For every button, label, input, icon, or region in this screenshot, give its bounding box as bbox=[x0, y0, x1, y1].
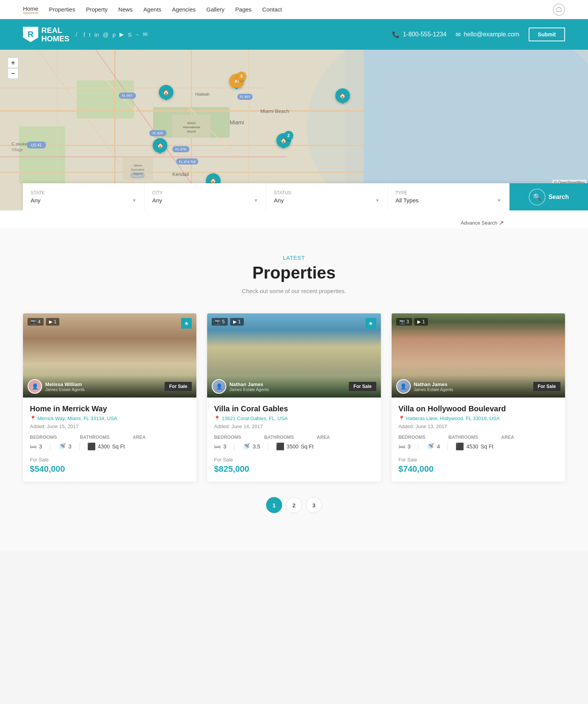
map-pin-4[interactable]: 🏠 bbox=[153, 138, 167, 153]
star-button-1[interactable]: ★ bbox=[181, 318, 192, 329]
bedrooms-value-1: 3 bbox=[39, 443, 42, 450]
card-title-2[interactable]: Villa in Coral Gables bbox=[214, 404, 374, 413]
status-arrow: ▼ bbox=[375, 198, 380, 203]
city-field[interactable]: City Any ▼ bbox=[145, 183, 266, 210]
area-stat-3: ⬛ 4530 Sq Ft bbox=[456, 442, 493, 451]
card-title-1[interactable]: Home in Merrick Way bbox=[30, 404, 189, 413]
agent-name-2: Nathan James bbox=[229, 381, 269, 387]
rss-icon[interactable]: ~ bbox=[136, 31, 139, 38]
area-stat-1: ⬛ 4300 Sq Ft bbox=[87, 442, 125, 451]
location-link-2[interactable]: 13621 Coral Gables, FL, USA bbox=[222, 416, 287, 421]
nav-agencies[interactable]: Agencies bbox=[172, 6, 196, 13]
zoom-in-button[interactable]: + bbox=[8, 57, 18, 68]
bathrooms-value-2: 3.5 bbox=[253, 443, 260, 450]
card-stats-1: 🛏 3 🚿 3 ⬛ 4300 Sq Ft bbox=[30, 442, 189, 451]
area-header-3: Area bbox=[501, 435, 514, 440]
card-image-1[interactable]: 📷 4 ▶ 1 ★ 👤 Melissa William James Estate… bbox=[23, 313, 196, 398]
location-link-3[interactable]: Hatteras Lane, Hollywood, FL 33019, USA bbox=[406, 416, 500, 421]
email-icon: ✉ bbox=[456, 31, 461, 38]
svg-text:FL 907: FL 907 bbox=[240, 95, 250, 99]
svg-text:Miami: Miami bbox=[187, 121, 196, 125]
nav-news[interactable]: News bbox=[118, 6, 133, 13]
linkedin-icon[interactable]: in bbox=[95, 31, 99, 38]
bath-icon-2: 🚿 bbox=[242, 442, 250, 451]
star-button-2[interactable]: ★ bbox=[366, 318, 376, 329]
submit-button[interactable]: Submit bbox=[529, 28, 565, 41]
nav-agents[interactable]: Agents bbox=[144, 6, 162, 13]
search-button[interactable]: 🔍 Search bbox=[510, 183, 588, 210]
status-field[interactable]: Status Any ▼ bbox=[266, 183, 388, 210]
page-3-button[interactable]: 3 bbox=[306, 497, 322, 513]
logo[interactable]: R REALHOMES bbox=[23, 26, 69, 43]
svg-text:Airport: Airport bbox=[133, 172, 142, 176]
skype-icon[interactable]: S bbox=[128, 31, 132, 38]
area-value-1: 4300 bbox=[98, 443, 110, 450]
map-pin-6[interactable]: 🏠 bbox=[335, 88, 350, 103]
zoom-out-button[interactable]: − bbox=[8, 68, 18, 79]
location-pin-icon-3: 📍 bbox=[399, 416, 405, 421]
logo-icon: R bbox=[23, 27, 38, 42]
agent-avatar-2: 👤 bbox=[212, 379, 226, 394]
stat-divider-3a bbox=[418, 443, 418, 450]
agent-details-3: Nathan James James Estate Agents bbox=[414, 381, 453, 392]
instagram-icon[interactable]: @ bbox=[103, 31, 108, 38]
type-field[interactable]: Type All Types ▼ bbox=[388, 183, 510, 210]
card-badges-2: 📷 5 ▶ 1 bbox=[212, 318, 243, 326]
card-price-1: $540,000 bbox=[30, 464, 189, 474]
advance-search-link[interactable]: Advance Search ↗ bbox=[461, 219, 504, 227]
svg-rect-4 bbox=[77, 80, 134, 119]
nav-pages[interactable]: Pages bbox=[235, 6, 252, 13]
location-link-1[interactable]: Merrick Way, Miami, FL 33134, USA bbox=[38, 416, 117, 421]
nav-property[interactable]: Property bbox=[86, 6, 108, 13]
card-image-2[interactable]: 📷 5 ▶ 1 ★ 👤 Nathan James James Estate Ag… bbox=[207, 313, 381, 398]
map-pin-2[interactable]: 🏷 5 bbox=[229, 74, 244, 88]
bath-icon-3: 🚿 bbox=[426, 442, 434, 451]
twitter-icon[interactable]: t bbox=[89, 31, 91, 38]
card-status-label-1: For Sale bbox=[30, 457, 189, 463]
svg-text:Miami: Miami bbox=[134, 164, 142, 167]
chat-icon[interactable]: ✉ bbox=[143, 31, 148, 38]
nav-contact[interactable]: Contact bbox=[262, 6, 282, 13]
bedrooms-stat-2: 🛏 3 bbox=[214, 443, 226, 451]
nav-home[interactable]: Home bbox=[23, 5, 38, 13]
map-pin-3[interactable]: 🏠 2 bbox=[276, 133, 291, 148]
state-field[interactable]: State Any ▼ bbox=[23, 183, 145, 210]
youtube-icon[interactable]: ▶ bbox=[119, 31, 124, 38]
area-unit-2: Sq Ft bbox=[301, 443, 314, 450]
card-title-3[interactable]: Villa on Hollywood Boulevard bbox=[399, 404, 558, 413]
section-subtitle: Latest bbox=[23, 255, 565, 261]
svg-text:US 41: US 41 bbox=[31, 143, 42, 147]
svg-text:FL 997: FL 997 bbox=[122, 94, 132, 98]
area-value-3: 4530 bbox=[466, 443, 478, 450]
map-pin-1[interactable]: 🏠 bbox=[159, 85, 173, 99]
bathrooms-header-2: Bathrooms bbox=[264, 435, 294, 440]
bed-icon-3: 🛏 bbox=[399, 443, 405, 451]
bedrooms-header-1: Bedrooms bbox=[30, 435, 57, 440]
facebook-icon[interactable]: f bbox=[83, 31, 85, 38]
card-body-1: Home in Merrick Way 📍 Merrick Way, Miami… bbox=[23, 398, 196, 482]
header-bar: R REALHOMES / f t in @ p ▶ S ~ ✉ 📞 1-800… bbox=[0, 19, 588, 50]
agent-avatar-1: 👤 bbox=[28, 379, 42, 394]
stats-header-1: Bedrooms Bathrooms Area bbox=[30, 435, 189, 440]
nav-gallery[interactable]: Gallery bbox=[206, 6, 225, 13]
area-unit-1: Sq Ft bbox=[112, 443, 125, 450]
stat-divider-3b bbox=[448, 443, 448, 450]
card-stats-3: 🛏 3 🚿 4 ⬛ 4530 Sq Ft bbox=[399, 442, 558, 451]
svg-text:Kendall: Kendall bbox=[172, 171, 189, 177]
card-agent-3: 👤 Nathan James James Estate Agents For S… bbox=[392, 375, 565, 398]
page-1-button[interactable]: 1 bbox=[266, 497, 282, 513]
agent-details-2: Nathan James James Estate Agents bbox=[229, 381, 269, 392]
user-icon[interactable]: ☖ bbox=[553, 3, 565, 16]
pinterest-icon[interactable]: p bbox=[113, 31, 116, 38]
email-contact: ✉ hello@example.com bbox=[456, 31, 519, 38]
agent-avatar-3: 👤 bbox=[396, 379, 411, 394]
card-image-3[interactable]: 📷 3 ▶ 1 👤 Nathan James James Estate Agen… bbox=[392, 313, 565, 398]
svg-rect-6 bbox=[19, 126, 65, 184]
agent-company-1: James Estate Agents bbox=[45, 387, 85, 392]
card-status-label-2: For Sale bbox=[214, 457, 374, 463]
bedrooms-stat-1: 🛏 3 bbox=[30, 443, 42, 451]
location-pin-icon-2: 📍 bbox=[214, 416, 220, 421]
nav-properties[interactable]: Properties bbox=[49, 6, 75, 13]
page-2-button[interactable]: 2 bbox=[286, 497, 302, 513]
bathrooms-stat-1: 🚿 3 bbox=[58, 442, 72, 451]
